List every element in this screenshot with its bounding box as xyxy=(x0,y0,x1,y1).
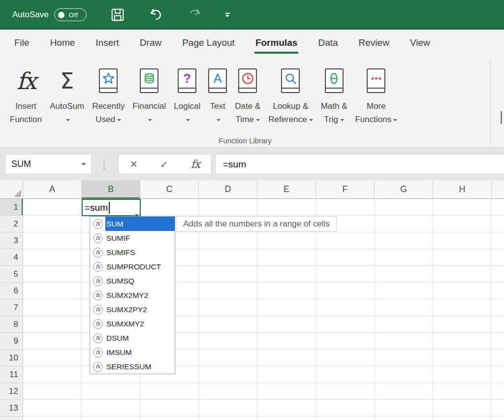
autosave-toggle-knob xyxy=(58,12,64,18)
name-box[interactable]: SUM xyxy=(5,154,92,174)
autocomplete-item-imsum[interactable]: fxIMSUM xyxy=(90,345,175,359)
column-header-B[interactable]: B xyxy=(82,180,140,198)
fx-circle-icon: fx xyxy=(90,259,105,274)
function-tooltip: Adds all the numbers in a range of cells xyxy=(176,216,337,231)
formula-bar-strip: SUM ✕ ✓ fx =sum xyxy=(0,148,504,180)
autocomplete-item-sumifs[interactable]: fxSUMIFS xyxy=(90,245,175,259)
tab-formulas[interactable]: Formulas xyxy=(245,30,308,56)
tab-draw[interactable]: Draw xyxy=(129,30,172,56)
formula-bar-drag-handle[interactable] xyxy=(100,154,107,174)
customize-quick-access-toolbar-button[interactable] xyxy=(225,13,230,17)
column-header-F[interactable]: F xyxy=(316,180,375,198)
fx-circle-icon: fx xyxy=(90,288,105,302)
column-header-C[interactable]: C xyxy=(140,180,199,198)
fx-circle-icon: fx xyxy=(90,359,105,374)
active-cell-B1[interactable]: =sum xyxy=(82,199,141,216)
row-header-1[interactable]: 1 xyxy=(0,199,23,216)
date-time-icon xyxy=(238,62,257,99)
tab-view[interactable]: View xyxy=(400,30,441,56)
row-header-4[interactable]: 4 xyxy=(0,249,23,266)
column-header-A[interactable]: A xyxy=(23,180,82,198)
column-header-row: ABCDEFGH xyxy=(23,180,504,199)
tab-data[interactable]: Data xyxy=(308,30,348,56)
row-header-9[interactable]: 9 xyxy=(0,333,23,350)
save-icon xyxy=(110,7,125,22)
redo-icon xyxy=(187,7,202,22)
insert-function-icon: fx xyxy=(17,62,35,99)
row-header-10[interactable]: 10 xyxy=(0,350,23,366)
tab-page-layout[interactable]: Page Layout xyxy=(172,30,245,56)
ribbon-button-financial[interactable]: Financial xyxy=(128,62,170,126)
save-button[interactable] xyxy=(110,7,125,22)
recently-used-icon xyxy=(99,62,118,99)
function-library-group: fxInsertFunctionΣAutoSumRecentlyUsedFina… xyxy=(6,62,401,126)
chevron-down-icon xyxy=(66,119,70,121)
redo-button[interactable] xyxy=(187,7,202,22)
chevron-down-icon xyxy=(393,119,397,121)
row-header-3[interactable]: 3 xyxy=(0,232,23,249)
tab-insert[interactable]: Insert xyxy=(85,30,129,56)
ribbon-button-recently-used[interactable]: RecentlyUsed xyxy=(88,62,128,126)
fx-circle-icon: fx xyxy=(90,231,105,245)
autosum-icon: Σ xyxy=(60,62,74,99)
name-box-caret-icon[interactable] xyxy=(81,163,86,165)
ribbon-button-autosum[interactable]: ΣAutoSum xyxy=(46,62,88,126)
row-header-13[interactable]: 13 xyxy=(0,400,23,417)
math-trig-icon xyxy=(325,62,344,99)
tab-review[interactable]: Review xyxy=(348,30,400,56)
tab-file[interactable]: File xyxy=(4,30,40,56)
formula-bar-buttons: ✕ ✓ fx xyxy=(118,154,212,174)
row-header-8[interactable]: 8 xyxy=(0,316,23,333)
worksheet: ABCDEFGH 12345678910111213 =sum fxSUMfxS… xyxy=(0,180,504,420)
column-header-G[interactable]: G xyxy=(375,180,433,198)
enter-icon[interactable]: ✓ xyxy=(160,159,168,170)
fx-circle-icon: fx xyxy=(90,217,105,231)
text-icon: A xyxy=(208,62,227,99)
chevron-down-icon xyxy=(217,119,220,121)
ribbon-button-date-time[interactable]: Date &Time xyxy=(231,62,264,126)
active-cell-value: =sum xyxy=(85,202,108,213)
autocomplete-item-seriessum[interactable]: fxSERIESSUM xyxy=(90,359,175,374)
autocomplete-item-sumx2py2[interactable]: fxSUMX2PY2 xyxy=(90,302,175,317)
chevron-down-icon xyxy=(186,119,190,121)
column-header-D[interactable]: D xyxy=(199,180,257,198)
ribbon-button-math-trig[interactable]: Math &Trig xyxy=(317,62,351,126)
autocomplete-item-sum[interactable]: fxSUM xyxy=(90,217,175,231)
row-header-2[interactable]: 2 xyxy=(0,216,23,232)
customize-toolbar-caret-icon xyxy=(225,13,230,17)
fx-circle-icon: fx xyxy=(90,345,105,359)
row-header-column: 12345678910111213 xyxy=(0,199,23,420)
ribbon-button-more-functions[interactable]: MoreFunctions xyxy=(351,62,401,126)
lookup-reference-icon xyxy=(281,62,300,99)
autocomplete-item-sumxmy2[interactable]: fxSUMXMY2 xyxy=(90,317,175,331)
row-header-5[interactable]: 5 xyxy=(0,266,23,283)
column-header-H[interactable]: H xyxy=(433,180,492,198)
select-all-button[interactable] xyxy=(0,180,23,199)
autocomplete-item-sumsq[interactable]: fxSUMSQ xyxy=(90,274,175,288)
fx-circle-icon: fx xyxy=(90,317,105,331)
ribbon-button-logical[interactable]: ?Logical xyxy=(170,62,204,126)
row-header-12[interactable]: 12 xyxy=(0,383,23,400)
ribbon-button-text[interactable]: AText xyxy=(204,62,231,126)
ribbon-group-label: Function Library xyxy=(0,136,490,145)
ribbon-button-lookup-reference[interactable]: Lookup &Reference xyxy=(264,62,316,126)
title-bar: AutoSave Off xyxy=(0,0,504,30)
fx-circle-icon: fx xyxy=(90,274,105,288)
autocomplete-item-sumproduct[interactable]: fxSUMPRODUCT xyxy=(90,259,175,274)
autocomplete-item-dsum[interactable]: fxDSUM xyxy=(90,331,175,345)
autocomplete-item-sumx2my2[interactable]: fxSUMX2MY2 xyxy=(90,288,175,302)
row-header-7[interactable]: 7 xyxy=(0,299,23,316)
autosave-toggle[interactable]: Off xyxy=(54,8,87,21)
formula-bar-input[interactable]: =sum xyxy=(215,154,504,174)
autocomplete-item-sumif[interactable]: fxSUMIF xyxy=(90,231,175,245)
tab-home[interactable]: Home xyxy=(40,30,86,56)
column-header-E[interactable]: E xyxy=(257,180,316,198)
undo-button[interactable] xyxy=(149,7,163,22)
undo-icon xyxy=(149,7,163,22)
ribbon-button-insert-function[interactable]: fxInsertFunction xyxy=(6,62,46,126)
fx-circle-icon: fx xyxy=(90,302,105,317)
insert-function-icon[interactable]: fx xyxy=(191,158,200,170)
row-header-6[interactable]: 6 xyxy=(0,283,23,299)
cancel-icon[interactable]: ✕ xyxy=(130,159,138,170)
row-header-11[interactable]: 11 xyxy=(0,366,23,383)
